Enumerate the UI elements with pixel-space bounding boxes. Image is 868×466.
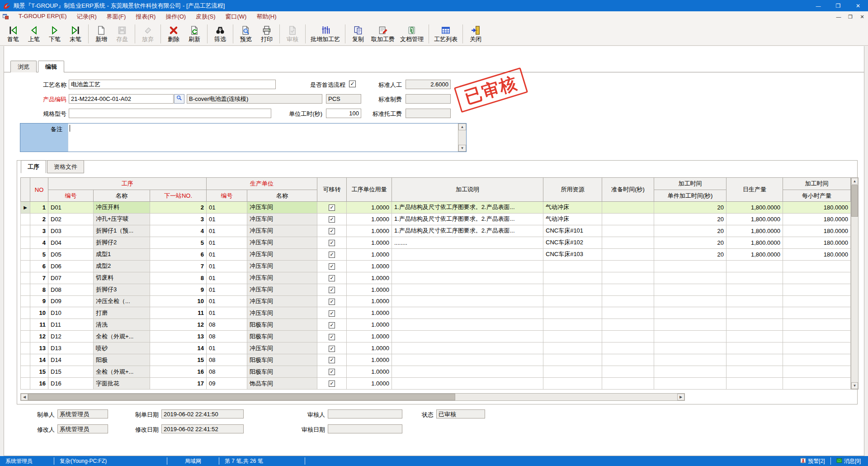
menu-item-6[interactable]: 窗口(W) xyxy=(221,13,252,21)
status-alerts[interactable]: 预警[2] xyxy=(795,457,830,465)
cell-no[interactable]: 10 xyxy=(30,307,48,319)
std-outsource-fee-input[interactable] xyxy=(406,109,451,118)
close-button[interactable]: 关闭 xyxy=(465,24,486,44)
cell-usage[interactable]: 1.0000 xyxy=(347,307,392,319)
cell-unit_time[interactable] xyxy=(654,295,726,307)
cell-name[interactable]: 打磨 xyxy=(94,307,150,319)
close-button[interactable] xyxy=(848,0,868,11)
cell-usage[interactable]: 1.0000 xyxy=(347,237,392,248)
scroll-up-icon[interactable] xyxy=(458,124,466,130)
movable-checkbox[interactable] xyxy=(329,263,335,270)
cell-prep[interactable] xyxy=(602,237,654,248)
cell-unit_name[interactable]: 冲压车间 xyxy=(247,248,317,260)
cell-daily[interactable] xyxy=(726,307,783,319)
cell-unit_time[interactable]: 20 xyxy=(654,237,726,248)
cell-desc[interactable] xyxy=(392,378,543,390)
vertical-scrollbar[interactable] xyxy=(851,177,859,390)
cell-resource[interactable] xyxy=(543,284,602,295)
cell-desc[interactable] xyxy=(392,342,543,354)
cell-unit_code[interactable]: 08 xyxy=(207,354,247,366)
std-mfg-fee-input[interactable] xyxy=(406,94,451,104)
cell-desc[interactable] xyxy=(392,248,543,260)
cell-movable[interactable] xyxy=(317,237,347,248)
cell-code[interactable]: D06 xyxy=(48,260,94,272)
cell-usage[interactable]: 1.0000 xyxy=(347,331,392,342)
delete-button[interactable]: 删除 xyxy=(163,24,184,44)
cell-prep[interactable] xyxy=(602,319,654,331)
cell-no[interactable]: 7 xyxy=(30,272,48,284)
cell-next[interactable]: 10 xyxy=(150,295,207,307)
status-messages[interactable]: 消息[9] xyxy=(831,457,868,465)
cell-usage[interactable]: 1.0000 xyxy=(347,225,392,237)
cell-daily[interactable] xyxy=(726,284,783,295)
cell-unit_code[interactable]: 01 xyxy=(207,307,247,319)
cell-next[interactable]: 12 xyxy=(150,319,207,331)
mdi-minimize-button[interactable] xyxy=(833,14,844,20)
cell-unit_code[interactable]: 01 xyxy=(207,284,247,295)
cell-name[interactable]: 阳极 xyxy=(94,354,150,366)
cell-prep[interactable] xyxy=(602,248,654,260)
cell-no[interactable]: 12 xyxy=(30,331,48,342)
cell-usage[interactable]: 1.0000 xyxy=(347,378,392,390)
cell-hourly[interactable] xyxy=(783,295,851,307)
tab-process[interactable]: 工序 xyxy=(21,160,46,173)
product-lookup-button[interactable] xyxy=(174,94,184,104)
cell-unit_name[interactable]: 冲压车间 xyxy=(247,213,317,225)
cell-prep[interactable] xyxy=(602,260,654,272)
movable-checkbox[interactable] xyxy=(329,380,335,387)
cell-movable[interactable] xyxy=(317,307,347,319)
cell-hourly[interactable] xyxy=(783,378,851,390)
scroll-right-icon[interactable] xyxy=(677,394,684,400)
cell-movable[interactable] xyxy=(317,213,347,225)
cell-resource[interactable]: 气动冲床 xyxy=(543,202,602,214)
cell-code[interactable]: D01 xyxy=(48,202,94,214)
cell-usage[interactable]: 1.0000 xyxy=(347,272,392,284)
std-labor-input[interactable]: 2.6000 xyxy=(406,80,451,89)
remark-textarea[interactable] xyxy=(68,124,458,152)
cell-name[interactable]: 切废料 xyxy=(94,272,150,284)
cell-unit_name[interactable]: 冲压车间 xyxy=(247,272,317,284)
cell-unit_name[interactable]: 冲压车间 xyxy=(247,225,317,237)
remark-scrollbar[interactable] xyxy=(458,124,466,152)
first-button[interactable]: 首笔 xyxy=(3,24,24,44)
cell-no[interactable]: 3 xyxy=(30,225,48,237)
tab-browse[interactable]: 浏览 xyxy=(10,61,37,72)
last-button[interactable]: 末笔 xyxy=(65,24,86,44)
batch-add-process-button[interactable]: 批增加工艺 xyxy=(308,24,343,44)
cell-movable[interactable] xyxy=(317,342,347,354)
cell-next[interactable]: 2 xyxy=(150,202,207,214)
cell-desc[interactable] xyxy=(392,260,543,272)
movable-checkbox[interactable] xyxy=(329,310,335,317)
cell-usage[interactable]: 1.0000 xyxy=(347,342,392,354)
cell-next[interactable]: 4 xyxy=(150,225,207,237)
cell-prep[interactable] xyxy=(602,225,654,237)
cell-unit_time[interactable] xyxy=(654,342,726,354)
cell-code[interactable]: D13 xyxy=(48,342,94,354)
mdi-close-button[interactable] xyxy=(856,14,868,20)
cell-daily[interactable] xyxy=(726,342,783,354)
cell-name[interactable]: 折脚仔1（预... xyxy=(94,225,150,237)
cell-resource[interactable] xyxy=(543,272,602,284)
cell-prep[interactable] xyxy=(602,213,654,225)
cell-no[interactable]: 8 xyxy=(30,284,48,295)
cell-movable[interactable] xyxy=(317,272,347,284)
cell-movable[interactable] xyxy=(317,319,347,331)
cell-daily[interactable] xyxy=(726,366,783,378)
cell-unit_name[interactable]: 冲压车间 xyxy=(247,295,317,307)
movable-checkbox[interactable] xyxy=(329,369,335,375)
cell-no[interactable]: 9 xyxy=(30,295,48,307)
restore-button[interactable] xyxy=(828,0,848,11)
cell-resource[interactable] xyxy=(543,354,602,366)
cell-next[interactable]: 5 xyxy=(150,237,207,248)
cell-unit_code[interactable]: 01 xyxy=(207,295,247,307)
filter-button[interactable]: 筛选 xyxy=(210,24,231,44)
new-button[interactable]: 新增 xyxy=(91,24,112,44)
cell-name[interactable]: 喷砂 xyxy=(94,342,150,354)
cell-unit_code[interactable]: 01 xyxy=(207,342,247,354)
scroll-left-icon[interactable] xyxy=(21,394,28,400)
cell-unit_code[interactable]: 08 xyxy=(207,319,247,331)
cell-unit_code[interactable]: 09 xyxy=(207,378,247,390)
cell-next[interactable]: 8 xyxy=(150,272,207,284)
cell-no[interactable]: 13 xyxy=(30,342,48,354)
tab-edit[interactable]: 编辑 xyxy=(38,61,64,72)
